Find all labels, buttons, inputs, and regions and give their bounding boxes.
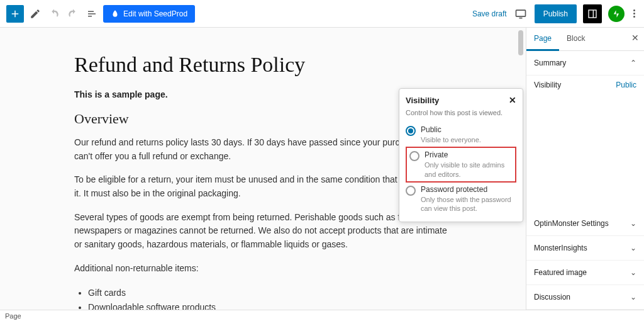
visibility-option-public[interactable]: Public Visible to everyone. [406,123,516,147]
svg-rect-1 [589,10,596,18]
visibility-option-password[interactable]: Password protected Only those with the p… [406,183,516,216]
seedprod-label: Edit with SeedProd [123,9,187,18]
editor-content: Refund and Returns Policy This is a samp… [74,53,452,310]
chevron-down-icon: ⌄ [630,293,636,301]
monsterinsights-panel-toggle[interactable]: MonsterInsights ⌄ [526,236,644,261]
visibility-row: Visibility Public [526,76,644,94]
visibility-label: Visibility [534,81,561,89]
footer-breadcrumb: Page [0,310,644,321]
seedprod-icon [111,9,119,18]
tab-block[interactable]: Block [559,28,592,50]
main-area: Refund and Returns Policy This is a samp… [0,28,644,310]
featured-image-panel-toggle[interactable]: Featured image ⌄ [526,261,644,285]
page-title[interactable]: Refund and Returns Policy [74,53,452,77]
summary-label: Summary [534,59,566,67]
toolbar-left: Edit with SeedProd [6,5,195,23]
breadcrumb[interactable]: Page [5,312,21,320]
sidebar-tabs: Page Block ✕ [526,28,644,51]
chevron-up-icon: ⌃ [630,59,636,67]
list-item[interactable]: Downloadable software products [88,300,452,310]
toolbar-right: Save draft Publish [472,4,638,23]
summary-panel-toggle[interactable]: Summary ⌃ [526,51,644,76]
optinmonster-panel-toggle[interactable]: OptinMonster Settings ⌄ [526,211,644,236]
top-toolbar: Edit with SeedProd Save draft Publish [0,0,644,28]
visibility-value[interactable]: Public [616,81,636,89]
popover-header: Visibility ✕ [406,95,516,105]
settings-sidebar: Page Block ✕ Summary ⌃ Visibility Public… [526,28,644,310]
visibility-option-private[interactable]: Private Only visible to site admins and … [406,147,516,183]
preview-button[interactable] [513,6,528,21]
non-returnable-list[interactable]: Gift cards Downloadable software product… [74,286,452,310]
undo-button [47,6,62,21]
popover-subtitle: Control how this post is viewed. [406,109,516,116]
sample-page-text[interactable]: This is a sample page. [74,89,452,99]
close-icon[interactable]: ✕ [631,33,639,43]
jetpack-button[interactable] [608,6,625,22]
redo-button [65,6,80,21]
edit-with-seedprod-button[interactable]: Edit with SeedProd [103,5,195,23]
paragraph-3[interactable]: Several types of goods are exempt from b… [74,211,452,252]
add-block-button[interactable] [6,5,24,23]
paragraph-1[interactable]: Our refund and returns policy lasts 30 d… [74,136,452,163]
settings-toggle-button[interactable] [583,4,602,23]
pencil-icon[interactable] [28,6,43,21]
close-icon[interactable]: ✕ [509,95,516,105]
discussion-panel-toggle[interactable]: Discussion ⌄ [526,285,644,310]
svg-rect-0 [516,10,525,16]
list-item[interactable]: Gift cards [88,286,452,301]
radio-icon [406,186,416,196]
radio-icon [406,126,416,136]
options-menu-button[interactable] [631,7,638,20]
editor-scrollbar[interactable] [518,30,523,55]
document-overview-button[interactable] [84,6,99,21]
overview-heading[interactable]: Overview [74,111,452,127]
tab-page[interactable]: Page [526,28,559,51]
visibility-popover: Visibility ✕ Control how this post is vi… [399,88,523,222]
save-draft-link[interactable]: Save draft [472,9,507,18]
popover-title: Visibility [406,96,439,105]
chevron-down-icon: ⌄ [630,268,636,277]
chevron-down-icon: ⌄ [630,219,636,228]
paragraph-4[interactable]: Additional non-returnable items: [74,262,452,276]
publish-button[interactable]: Publish [535,4,577,23]
radio-icon [409,151,419,161]
popover-spacer [526,94,644,211]
chevron-down-icon: ⌄ [630,244,636,252]
paragraph-2[interactable]: To be eligible for a return, your item m… [74,173,452,200]
